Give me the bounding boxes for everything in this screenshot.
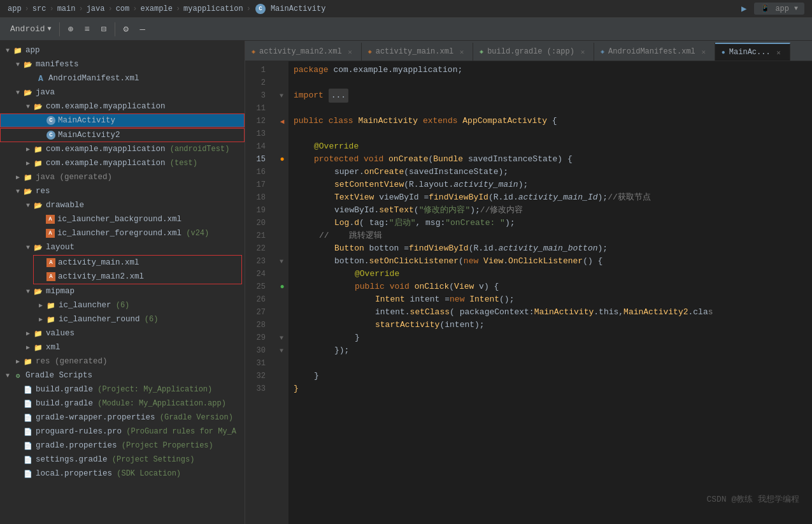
ln-31: 31 — [245, 357, 271, 370]
tree-res-gen[interactable]: ▶ 📁 res (generated) — [0, 354, 245, 368]
tree-gradle-scripts[interactable]: ▼ ⚙ Gradle Scripts — [0, 368, 245, 382]
res-gen-label: res (generated) — [36, 357, 108, 366]
tab-activity-main-xml[interactable]: ◈ activity_main.xml ✕ — [362, 43, 473, 61]
tab-close-4[interactable]: ✕ — [699, 47, 708, 56]
tab-mainactivity[interactable]: ● MainAc... ✕ — [715, 43, 790, 61]
ln-18: 18 — [245, 191, 271, 204]
class-marker: ◀ — [280, 117, 285, 126]
tab-build-gradle[interactable]: ◈ build.gradle (:app) ✕ — [473, 43, 594, 61]
bc-java[interactable]: java — [87, 4, 105, 13]
tree-values[interactable]: ▶ 📁 values — [0, 326, 245, 340]
bc-mainactivity[interactable]: MainActivity — [271, 4, 325, 13]
code-line-13 — [294, 127, 812, 140]
list-btn[interactable]: ≡ — [79, 21, 96, 38]
tree-ic-launcher[interactable]: ▶ 📁 ic_launcher (6) — [0, 298, 245, 312]
tree-gradle-props[interactable]: ▶ 📄 gradle.properties (Project Propertie… — [0, 439, 245, 453]
mainactivity2-c-icon: C — [46, 131, 55, 140]
gutter-31 — [276, 357, 288, 370]
tree-mainactivity[interactable]: ▶ C MainActivity — [0, 113, 245, 127]
tree-gradle-wrapper[interactable]: ▶ 📄 gradle-wrapper.properties (Gradle Ve… — [0, 411, 245, 425]
fold-listener[interactable]: ▼ — [280, 258, 283, 265]
import-collapsed[interactable]: ... — [329, 89, 348, 103]
tree-java[interactable]: ▼ 📂 java — [0, 85, 245, 99]
tree-activity-main[interactable]: ▶ A activity_main.xml — [34, 256, 241, 270]
gutter-26 — [276, 293, 288, 306]
tab-icon-gradle: ◈ — [480, 48, 483, 55]
bc-example[interactable]: example — [140, 4, 172, 13]
tab-close-1[interactable]: ✕ — [346, 47, 355, 56]
code-content[interactable]: package com.example.myapplication; impor… — [288, 61, 812, 524]
tree-test[interactable]: ▶ 📁 com.example.myapplication (test) — [0, 156, 245, 170]
fold-import[interactable]: ▼ — [280, 92, 283, 99]
code-line-11 — [294, 102, 812, 115]
tree-manifests[interactable]: ▼ 📂 manifests — [0, 57, 245, 71]
drawable-label: drawable — [46, 201, 84, 210]
run-config-label[interactable]: 📱 app ▼ — [754, 3, 804, 15]
arrow-package: ▼ — [23, 101, 33, 112]
tree-proguard[interactable]: ▶ 📄 proguard-rules.pro (ProGuard rules f… — [0, 425, 245, 439]
ln-24: 24 — [245, 268, 271, 280]
package-icon: 📂 — [33, 101, 43, 112]
settings-btn[interactable]: ⚙ — [118, 21, 134, 38]
tree-ic-bg[interactable]: ▶ A ic_launcher_background.xml — [0, 212, 245, 226]
code-editor: 1 2 3 11 12 13 14 15 16 17 18 19 20 21 2… — [245, 61, 812, 524]
tree-res[interactable]: ▼ 📂 res — [0, 184, 245, 198]
tab-label-activity-main: activity_main.xml — [376, 47, 453, 56]
toolbar-divider2 — [115, 22, 115, 36]
tree-settings-gradle[interactable]: ▶ 📄 settings.gradle (Project Settings) — [0, 453, 245, 467]
tree-package[interactable]: ▼ 📂 com.example.myapplication — [0, 99, 245, 113]
code-line-22: Button botton = findViewById (R.id. acti… — [294, 242, 812, 255]
ln-26: 26 — [245, 293, 271, 306]
collapse-btn[interactable]: ⊟ — [96, 21, 112, 38]
gradle-wrapper-label: gradle-wrapper.properties — [36, 413, 155, 422]
bc-myapp[interactable]: myapplication — [183, 4, 243, 13]
tab-close-5[interactable]: ✕ — [774, 48, 783, 57]
tab-label-build-gradle: build.gradle (:app) — [487, 47, 574, 56]
tree-local-props[interactable]: ▶ 📄 local.properties (SDK Location) — [0, 467, 245, 481]
tab-close-3[interactable]: ✕ — [578, 47, 587, 56]
manifests-icon: 📂 — [23, 59, 33, 69]
tree-app[interactable]: ▼ 📁 app — [0, 43, 245, 57]
code-line-17: setContentView (R.layout. activity_main … — [294, 178, 812, 191]
settings-gradle-icon: 📄 — [23, 455, 33, 465]
main-content: ▼ 📁 app ▼ 📂 manifests ▶ A AndroidManifes… — [0, 41, 812, 524]
tree-java-gen[interactable]: ▶ 📁 java (generated) — [0, 170, 245, 184]
res-icon: 📂 — [23, 186, 33, 196]
sync-btn[interactable]: ⊕ — [62, 21, 79, 38]
android-dropdown[interactable]: Android ▼ — [10, 24, 52, 34]
xml-label: xml — [46, 343, 61, 352]
bc-src[interactable]: src — [32, 4, 46, 13]
tree-ic-fg[interactable]: ▶ A ic_launcher_foreground.xml (v24) — [0, 226, 245, 240]
fold-29[interactable]: ▼ — [280, 335, 283, 342]
ln-14: 14 — [245, 140, 271, 153]
tree-mainactivity2[interactable]: ▶ C MainActivity2 — [0, 128, 245, 142]
tree-build-gradle-app[interactable]: ▶ 📄 build.gradle (Module: My_Application… — [0, 397, 245, 411]
gutter-27 — [276, 306, 288, 319]
onclick-marker: ● — [280, 282, 284, 291]
main-toolbar: Android ▼ ⊕ ≡ ⊟ ⚙ — — [0, 18, 812, 41]
gutter-24 — [276, 268, 288, 280]
gutter-2 — [276, 76, 288, 89]
tree-build-gradle-project[interactable]: ▶ 📄 build.gradle (Project: My_Applicatio… — [0, 382, 245, 397]
code-line-21: // 跳转逻辑 — [294, 229, 812, 242]
minimize-btn[interactable]: — — [134, 21, 151, 38]
test-label: com.example.myapplication — [46, 159, 166, 168]
tree-androidtest[interactable]: ▶ 📁 com.example.myapplication (androidTe… — [0, 142, 245, 156]
tab-androidmanifest[interactable]: ◈ AndroidManifest.xml ✕ — [594, 43, 715, 61]
bc-main[interactable]: main — [57, 4, 76, 13]
tab-close-2[interactable]: ✕ — [457, 47, 466, 56]
tree-drawable[interactable]: ▼ 📂 drawable — [0, 198, 245, 212]
gutter-12: ◀ — [276, 115, 288, 127]
tree-xml[interactable]: ▶ 📁 xml — [0, 340, 245, 354]
tree-layout[interactable]: ▼ 📂 layout — [0, 240, 245, 254]
tree-activity-main2[interactable]: ▶ A activity_main2.xml — [34, 270, 241, 284]
tab-activity-main2-xml[interactable]: ◈ activity_main2.xml ✕ — [245, 43, 362, 61]
tree-mipmap[interactable]: ▼ 📂 mipmap — [0, 284, 245, 298]
bc-app[interactable]: app — [8, 4, 22, 13]
bc-com[interactable]: com — [116, 4, 130, 13]
code-line-27: intent. setClass ( packageContext: MainA… — [294, 306, 812, 319]
fold-30[interactable]: ▼ — [280, 347, 283, 354]
ln-23: 23 — [245, 255, 271, 268]
tree-androidmanifest[interactable]: ▶ A AndroidManifest.xml — [0, 71, 245, 85]
tree-ic-launcher-round[interactable]: ▶ 📁 ic_launcher_round (6) — [0, 312, 245, 326]
